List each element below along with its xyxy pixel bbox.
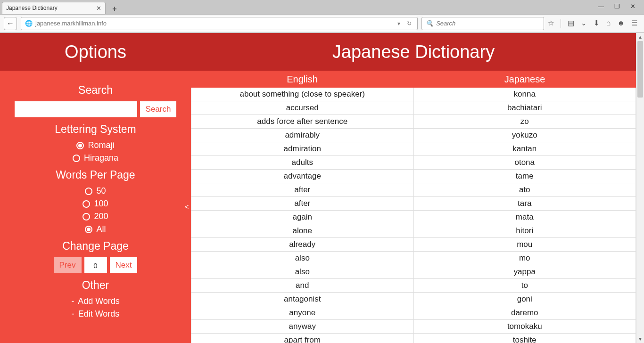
cell-japanese: kantan: [414, 142, 636, 155]
cell-japanese: bachiatari: [414, 101, 636, 114]
menu-icon[interactable]: ☰: [631, 19, 637, 28]
window-close-icon[interactable]: ✕: [630, 3, 636, 10]
table-row[interactable]: admirationkantan: [191, 142, 636, 156]
table-row[interactable]: accursedbachiatari: [191, 101, 636, 115]
home-icon[interactable]: ⌂: [606, 19, 611, 28]
new-tab-button[interactable]: +: [108, 4, 121, 14]
cell-japanese: mata: [414, 211, 636, 224]
column-japanese[interactable]: Japanese: [413, 71, 636, 88]
table-row[interactable]: adultsotona: [191, 156, 636, 170]
options-sidebar: Search Search Lettering System RomajiHir…: [0, 71, 191, 343]
cell-japanese: otona: [414, 156, 636, 169]
lettering-radio-group: RomajiHiragana: [14, 140, 177, 163]
page-title: Japanese Dictionary: [191, 42, 636, 62]
table-row[interactable]: alsoyappa: [191, 265, 636, 279]
reload-icon[interactable]: ↻: [405, 20, 413, 27]
table-row[interactable]: admirablyyokuzo: [191, 129, 636, 142]
browser-search-field[interactable]: 🔍: [421, 17, 544, 30]
library-icon[interactable]: ▤: [568, 19, 574, 28]
dictionary-search-input[interactable]: [15, 101, 137, 117]
table-row[interactable]: anyonedaremo: [191, 306, 636, 320]
table-row[interactable]: alsomo: [191, 252, 636, 265]
pocket-icon[interactable]: ⌄: [581, 19, 587, 28]
cell-english: about something (close to speaker): [191, 88, 414, 101]
cell-english: and: [191, 279, 414, 292]
radio-label: Hiragana: [84, 153, 118, 163]
back-button[interactable]: ←: [4, 17, 17, 30]
scroll-up-icon[interactable]: ▲: [638, 33, 643, 41]
cell-english: adults: [191, 156, 414, 169]
scroll-down-icon[interactable]: ▼: [638, 335, 643, 343]
url-text: japanese.markhillman.info: [35, 20, 393, 27]
search-button[interactable]: Search: [140, 101, 177, 117]
cell-english: again: [191, 211, 414, 224]
tab-title: Japanese Dictionary: [6, 5, 58, 11]
table-row[interactable]: aftertara: [191, 197, 636, 211]
download-icon[interactable]: ⬇: [594, 19, 600, 28]
close-icon[interactable]: ✕: [96, 5, 101, 12]
chevron-down-icon[interactable]: ▾: [396, 20, 402, 27]
vertical-scrollbar[interactable]: ▲ ▼: [636, 33, 644, 343]
column-english[interactable]: English: [191, 71, 413, 88]
words-per-page-radio-group: 50100200All: [14, 186, 177, 234]
maximize-icon[interactable]: ❐: [614, 3, 620, 10]
search-icon: 🔍: [426, 20, 433, 27]
minimize-icon[interactable]: —: [598, 3, 604, 10]
cell-english: already: [191, 238, 414, 251]
url-field[interactable]: 🌐 japanese.markhillman.info ▾ ↻: [21, 17, 418, 30]
table-row[interactable]: againmata: [191, 211, 636, 224]
cell-english: adds force after sentence: [191, 115, 414, 128]
cell-english: after: [191, 197, 414, 210]
dictionary-table: English Japanese about something (close …: [191, 71, 636, 343]
address-bar: ← 🌐 japanese.markhillman.info ▾ ↻ 🔍 ☆ ▤ …: [0, 14, 644, 33]
radio-icon: [85, 226, 92, 233]
table-row[interactable]: alreadymou: [191, 238, 636, 252]
lettering-option-romaji[interactable]: Romaji: [76, 140, 114, 150]
page-header: Options Japanese Dictionary: [0, 33, 636, 71]
other-heading: Other: [14, 279, 177, 292]
cell-japanese: daremo: [414, 306, 636, 319]
radio-label: 100: [94, 199, 108, 209]
star-icon[interactable]: ☆: [548, 19, 554, 28]
wpp-option-200[interactable]: 200: [83, 212, 108, 221]
table-row[interactable]: apart fromtoshite: [191, 334, 636, 343]
tab-bar: Japanese Dictionary ✕ + — ❐ ✕: [0, 0, 644, 14]
page-number-input[interactable]: [84, 257, 107, 273]
other-link-add-words[interactable]: -Add Words: [71, 296, 120, 306]
table-row[interactable]: alonehitori: [191, 224, 636, 238]
wpp-option-all[interactable]: All: [85, 224, 106, 234]
cell-english: apart from: [191, 334, 414, 343]
table-row[interactable]: about something (close to speaker)konna: [191, 88, 636, 101]
next-button[interactable]: Next: [110, 257, 138, 273]
wpp-option-50[interactable]: 50: [85, 186, 106, 196]
cell-english: accursed: [191, 101, 414, 114]
table-row[interactable]: andto: [191, 279, 636, 293]
cell-japanese: goni: [414, 293, 636, 306]
prev-button[interactable]: Prev: [54, 257, 82, 273]
cell-english: alone: [191, 224, 414, 237]
table-row[interactable]: afterato: [191, 183, 636, 197]
table-row[interactable]: antagonistgoni: [191, 293, 636, 306]
cell-japanese: konna: [414, 88, 636, 101]
radio-label: 200: [94, 212, 108, 221]
cell-japanese: mo: [414, 252, 636, 265]
browser-chrome: Japanese Dictionary ✕ + — ❐ ✕ ← 🌐 japane…: [0, 0, 644, 33]
sidebar-collapse-handle[interactable]: <: [183, 203, 190, 211]
table-row[interactable]: advantagetame: [191, 170, 636, 183]
radio-icon: [76, 142, 84, 149]
cell-english: admirably: [191, 129, 414, 142]
table-row[interactable]: adds force after sentencezo: [191, 115, 636, 129]
other-link-edit-words[interactable]: -Edit Words: [72, 309, 120, 319]
scroll-thumb[interactable]: [637, 41, 643, 98]
cell-japanese: tomokaku: [414, 320, 636, 333]
table-row[interactable]: anywaytomokaku: [191, 320, 636, 334]
browser-tab[interactable]: Japanese Dictionary ✕: [2, 2, 106, 14]
smile-icon[interactable]: ☻: [617, 19, 625, 28]
cell-japanese: to: [414, 279, 636, 292]
browser-search-input[interactable]: [436, 20, 540, 27]
cell-english: anyway: [191, 320, 414, 333]
wpp-option-100[interactable]: 100: [83, 199, 108, 209]
cell-japanese: yokuzo: [414, 129, 636, 142]
table-body: about something (close to speaker)konnaa…: [191, 88, 636, 343]
lettering-option-hiragana[interactable]: Hiragana: [73, 153, 118, 163]
